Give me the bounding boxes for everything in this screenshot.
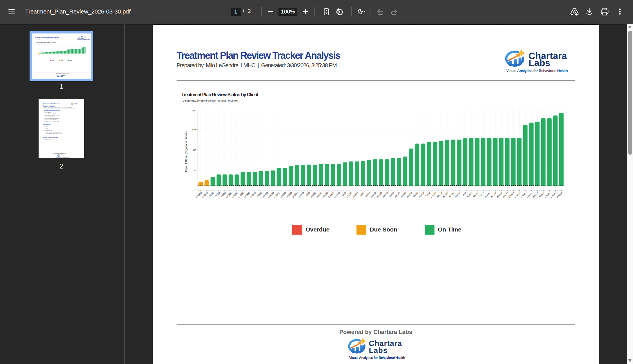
svg-text:155989: 155989 [195,191,202,199]
svg-text:169596: 169596 [405,191,413,199]
svg-text:53729: 53729 [214,191,220,198]
svg-text:169548: 169548 [249,191,257,199]
svg-text:149743: 149743 [333,191,341,199]
svg-text:169584: 169584 [556,191,563,199]
svg-text:175649: 175649 [520,191,527,199]
svg-text:103057: 103057 [345,191,353,199]
svg-text:80: 80 [193,149,196,152]
svg-text:139394: 139394 [351,191,359,199]
svg-text:125: 125 [192,129,196,132]
svg-text:165999: 165999 [285,191,293,199]
svg-text:175515: 175515 [550,191,557,199]
svg-text:157026: 157026 [490,191,497,199]
svg-text:158001: 158001 [532,191,539,199]
svg-text:Days Until Due (Negative = Ove: Days Until Due (Negative = Overdue) [185,130,188,172]
svg-text:176543: 176543 [544,191,551,199]
svg-text:158006: 158006 [435,191,443,199]
svg-text:3331: 3331 [359,191,365,197]
svg-text:151961: 151961 [315,191,323,199]
svg-text:152425: 152425 [375,191,383,199]
svg-text:164717: 164717 [502,191,509,199]
svg-text:144482: 144482 [399,191,407,199]
svg-text:168987: 168987 [393,191,401,199]
svg-text:171086: 171086 [267,191,275,199]
svg-text:168992: 168992 [321,191,329,199]
svg-text:100440: 100440 [483,191,491,199]
svg-text:141940: 141940 [201,191,209,199]
svg-text:152889: 152889 [442,191,449,199]
svg-text:104170: 104170 [453,191,461,199]
svg-text:35: 35 [193,169,196,172]
svg-text:169: 169 [192,109,196,112]
svg-text:150893: 150893 [243,191,251,199]
svg-text:168256: 168256 [279,191,287,199]
svg-text:120897: 120897 [225,191,233,199]
svg-text:53669: 53669 [466,191,473,198]
svg-text:3674: 3674 [461,191,467,197]
svg-text:134300: 134300 [526,191,533,199]
svg-text:174132: 174132 [514,191,521,199]
svg-text:149577: 149577 [273,191,281,199]
svg-text:161435: 161435 [261,191,269,199]
svg-text:101102: 101102 [207,191,215,199]
svg-text:104991: 104991 [237,191,245,199]
svg-text:148149: 148149 [297,191,305,199]
svg-text:133282: 133282 [309,191,317,199]
svg-text:55989: 55989 [472,191,479,198]
svg-text:165219: 165219 [381,191,389,199]
svg-text:-10: -10 [193,189,196,192]
svg-text:159637: 159637 [231,191,239,199]
svg-text:141642: 141642 [369,191,377,199]
svg-text:149108: 149108 [417,191,425,199]
svg-text:159586: 159586 [496,191,503,199]
